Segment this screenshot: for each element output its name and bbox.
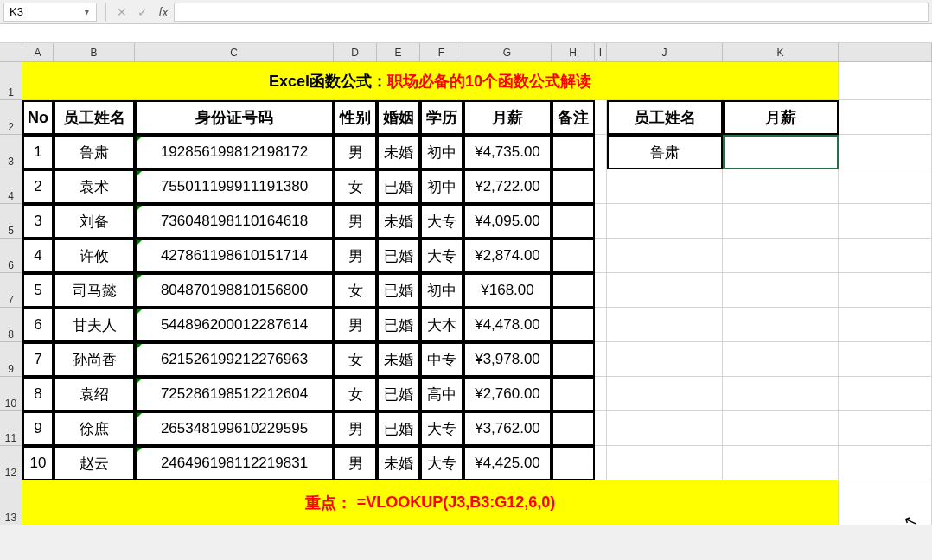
cell[interactable] — [723, 446, 839, 480]
cell[interactable]: ¥3,978.00 — [463, 342, 552, 377]
title-banner[interactable]: Excel函数公式： 职场必备的10个函数公式解读 — [22, 62, 839, 100]
row-header[interactable]: 10 — [0, 377, 22, 411]
cell[interactable] — [552, 273, 595, 308]
row-header[interactable]: 5 — [0, 204, 22, 239]
cell[interactable]: 女 — [334, 273, 377, 308]
cell[interactable]: 孙尚香 — [54, 342, 135, 377]
cell[interactable]: 未婚 — [377, 446, 420, 480]
cell[interactable] — [723, 377, 839, 411]
footer-banner[interactable]: 重点： =VLOOKUP(J3,B3:G12,6,0) — [22, 480, 839, 525]
cell[interactable]: 大专 — [420, 239, 463, 273]
cell[interactable] — [839, 342, 932, 377]
header-id[interactable]: 身份证号码 — [135, 100, 334, 135]
cell[interactable] — [552, 204, 595, 239]
cell[interactable] — [839, 204, 932, 239]
cell[interactable]: 中专 — [420, 342, 463, 377]
column-header[interactable]: G — [463, 43, 552, 62]
cell[interactable]: 初中 — [420, 169, 463, 204]
cell[interactable]: ¥2,722.00 — [463, 169, 552, 204]
column-header[interactable]: D — [334, 43, 377, 62]
formula-input[interactable] — [174, 3, 929, 22]
cell[interactable]: ¥168.00 — [463, 273, 552, 308]
cell[interactable] — [723, 239, 839, 273]
cell[interactable] — [552, 308, 595, 342]
cell[interactable] — [552, 169, 595, 204]
column-header[interactable]: K — [723, 43, 839, 62]
cell[interactable] — [595, 342, 607, 377]
cell[interactable] — [595, 308, 607, 342]
cell[interactable]: 2 — [22, 169, 54, 204]
row-header[interactable]: 8 — [0, 308, 22, 342]
cell[interactable]: ¥4,425.00 — [463, 446, 552, 480]
selected-cell-k3[interactable] — [723, 135, 839, 169]
cell[interactable]: 7 — [22, 342, 54, 377]
cell[interactable]: 女 — [334, 342, 377, 377]
cell[interactable] — [595, 135, 607, 169]
cell[interactable]: 已婚 — [377, 169, 420, 204]
header-marriage[interactable]: 婚姻 — [377, 100, 420, 135]
row-header[interactable]: 4 — [0, 169, 22, 204]
cell[interactable] — [723, 273, 839, 308]
cell[interactable] — [552, 239, 595, 273]
cell[interactable]: 265348199610229595 — [135, 411, 334, 446]
cell[interactable] — [552, 377, 595, 411]
cell[interactable]: 司马懿 — [54, 273, 135, 308]
cell[interactable]: 袁术 — [54, 169, 135, 204]
cell[interactable]: 5 — [22, 273, 54, 308]
cell[interactable]: 男 — [334, 135, 377, 169]
cell[interactable]: 甘夫人 — [54, 308, 135, 342]
cell[interactable]: 高中 — [420, 377, 463, 411]
cell[interactable] — [839, 411, 932, 446]
cell[interactable]: 4 — [22, 239, 54, 273]
cell[interactable]: 初中 — [420, 135, 463, 169]
cell[interactable]: ¥4,735.00 — [463, 135, 552, 169]
cell[interactable] — [595, 273, 607, 308]
row-header[interactable]: 1 — [0, 62, 22, 100]
cell[interactable] — [595, 377, 607, 411]
cell[interactable]: 鲁肃 — [607, 135, 723, 169]
name-box[interactable]: K3 ▼ — [3, 3, 97, 22]
header-salary[interactable]: 月薪 — [463, 100, 552, 135]
cell[interactable] — [607, 446, 723, 480]
cell[interactable]: 徐庶 — [54, 411, 135, 446]
cell[interactable]: 已婚 — [377, 377, 420, 411]
cell[interactable] — [595, 411, 607, 446]
cell[interactable] — [839, 169, 932, 204]
column-header[interactable]: A — [22, 43, 54, 62]
cell[interactable] — [839, 239, 932, 273]
row-header[interactable]: 9 — [0, 342, 22, 377]
cell[interactable]: 755011199911191380 — [135, 169, 334, 204]
cell[interactable]: ¥4,478.00 — [463, 308, 552, 342]
cell[interactable]: 大专 — [420, 446, 463, 480]
cell[interactable]: 已婚 — [377, 308, 420, 342]
cell[interactable]: 192856199812198172 — [135, 135, 334, 169]
cell[interactable] — [607, 169, 723, 204]
cell[interactable]: 已婚 — [377, 411, 420, 446]
row-header[interactable]: 3 — [0, 135, 22, 169]
cell[interactable] — [552, 446, 595, 480]
cell[interactable]: 725286198512212604 — [135, 377, 334, 411]
cell[interactable] — [595, 446, 607, 480]
cell[interactable]: 初中 — [420, 273, 463, 308]
header-lookup-name[interactable]: 员工姓名 — [607, 100, 723, 135]
header-edu[interactable]: 学历 — [420, 100, 463, 135]
cell[interactable]: 10 — [22, 446, 54, 480]
cell[interactable]: 8 — [22, 377, 54, 411]
cell[interactable]: ¥4,095.00 — [463, 204, 552, 239]
row-header[interactable]: 11 — [0, 411, 22, 446]
cell[interactable]: 大专 — [420, 204, 463, 239]
cell[interactable] — [595, 169, 607, 204]
cell[interactable] — [723, 342, 839, 377]
cell[interactable]: 男 — [334, 204, 377, 239]
cell[interactable]: 女 — [334, 169, 377, 204]
cell[interactable]: 男 — [334, 308, 377, 342]
header-no[interactable]: No — [22, 100, 54, 135]
cell[interactable] — [723, 169, 839, 204]
header-sex[interactable]: 性别 — [334, 100, 377, 135]
column-header[interactable]: J — [607, 43, 723, 62]
cell[interactable] — [839, 62, 932, 100]
row-header[interactable]: 7 — [0, 273, 22, 308]
column-header[interactable]: H — [552, 43, 595, 62]
cell[interactable] — [607, 308, 723, 342]
cell[interactable]: 621526199212276963 — [135, 342, 334, 377]
